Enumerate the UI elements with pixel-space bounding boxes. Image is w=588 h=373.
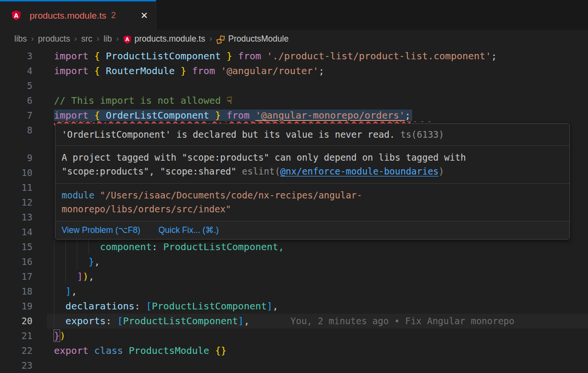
code-token: [158, 241, 163, 252]
code-token: './product-list/product-list.component': [267, 50, 492, 62]
code-line[interactable]: component: ProductListComponent,: [54, 240, 284, 254]
line-number[interactable]: 8: [0, 123, 32, 138]
quick-fix-link[interactable]: Quick Fix... (⌘.): [159, 225, 219, 235]
code-token: ): [60, 330, 65, 341]
code-line[interactable]: ],: [54, 284, 77, 299]
code-token: [186, 65, 192, 77]
code-token: {: [94, 110, 106, 121]
code-token: ProductListComponent: [106, 50, 221, 62]
code-line[interactable]: declarations: [ProductListComponent],: [54, 299, 278, 314]
code-token: from: [238, 50, 267, 62]
line-number[interactable]: 5: [0, 78, 32, 93]
code-token: ,: [71, 285, 77, 297]
code-token: ;: [405, 110, 411, 121]
line-number[interactable]: 19: [0, 299, 32, 314]
line-number[interactable]: 22: [0, 343, 32, 358]
hover-popup: 'OrderListComponent' is declared but its…: [55, 123, 570, 240]
code-token: {}: [215, 345, 226, 356]
rule-doc-link[interactable]: @nx/enforce-module-boundaries: [280, 166, 439, 176]
code-token: }: [88, 256, 94, 267]
code-line[interactable]: import { ProductListComponent } from './…: [54, 49, 497, 64]
code-token: {: [94, 50, 106, 62]
code-token: {: [94, 65, 106, 77]
code-token: :: [135, 300, 146, 312]
error-highlighted-statement: import { OrderListComponent } from '@ang…: [54, 110, 412, 121]
code-line[interactable]: }): [54, 329, 65, 343]
code-token: ): [83, 271, 88, 282]
code-token: ProductListComponent: [123, 315, 238, 327]
line-number[interactable]: 10: [0, 165, 32, 180]
code-line[interactable]: exports: [ProductListComponent],: [54, 314, 249, 329]
code-token: ,: [273, 300, 278, 312]
line-number[interactable]: 18: [0, 284, 32, 299]
code-line[interactable]: ]),: [54, 269, 94, 284]
code-token: :: [152, 241, 158, 252]
line-number[interactable]: 13: [0, 210, 32, 225]
code-token: '@angular/router': [221, 65, 319, 77]
line-number[interactable]: 16: [0, 254, 32, 269]
code-token: ,: [94, 256, 100, 267]
code-line[interactable]: // This import is not allowed ☟: [54, 93, 232, 108]
hover-actions-bar: View Problem (⌥F8) Quick Fix... (⌘.): [55, 221, 569, 239]
git-blame-annotation: You, 2 minutes ago • Fix Angular monorep…: [290, 314, 514, 329]
code-token: ProductsModule: [129, 345, 215, 356]
code-token: ): [438, 166, 444, 176]
code-token: '@angular-monorepo/orders': [256, 110, 405, 121]
code-token: ]: [267, 300, 273, 312]
code-token: monorepo/libs/orders/src/index": [62, 204, 231, 214]
code-token: ;: [491, 50, 497, 62]
line-number[interactable]: 15: [0, 240, 32, 254]
code-token: declarations: [65, 300, 135, 312]
code-token: }: [175, 65, 186, 77]
hover-text-row: monorepo/libs/orders/src/index": [62, 202, 563, 216]
code-token: [54, 241, 100, 252]
code-token: ProductListComponent: [163, 241, 278, 252]
code-token: ]: [238, 315, 244, 327]
code-line[interactable]: import { OrderListComponent } from '@ang…: [54, 108, 412, 123]
code-token: import: [54, 50, 94, 62]
code-token: [232, 50, 238, 62]
line-number[interactable]: 17: [0, 269, 32, 284]
code-token: [: [146, 300, 152, 312]
vscode-editor-window: A products.module.ts 2 ✕ libs›products›s…: [0, 0, 588, 373]
code-line[interactable]: export class ProductsModule {}: [54, 343, 226, 358]
code-token: class: [94, 345, 128, 356]
code-token: eslint(: [242, 166, 280, 176]
code-token: [54, 315, 65, 327]
hover-module-path: module "/Users/isaac/Documents/code/nx-r…: [55, 184, 569, 221]
code-token: ;: [319, 65, 324, 77]
line-number[interactable]: 4: [0, 64, 32, 78]
code-token: }: [54, 330, 60, 341]
line-number[interactable]: 21: [0, 329, 32, 343]
code-token: [54, 285, 65, 297]
code-token: ,: [244, 315, 249, 327]
code-token: [: [117, 315, 123, 327]
line-number[interactable]: 3: [0, 49, 32, 64]
line-number[interactable]: 9: [0, 151, 32, 165]
code-token: [221, 110, 226, 121]
line-number[interactable]: 6: [0, 93, 32, 108]
line-number[interactable]: 7: [0, 108, 32, 123]
code-token: import: [54, 65, 94, 77]
view-problem-link[interactable]: View Problem (⌥F8): [62, 225, 140, 235]
code-token: A project tagged with "scope:products" c…: [62, 152, 466, 163]
line-number[interactable]: 11: [0, 180, 32, 195]
line-number[interactable]: 12: [0, 195, 32, 210]
code-token: ]: [77, 271, 83, 282]
code-token: exports: [65, 315, 106, 327]
code-token: [54, 271, 77, 282]
hover-text-row: module "/Users/isaac/Documents/code/nx-r…: [62, 188, 563, 202]
hover-text-row: "scope:products", "scope:shared" eslint(…: [62, 165, 563, 178]
code-token: ts(6133): [400, 129, 444, 140]
code-token: // This import is not allowed: [54, 95, 226, 106]
code-line[interactable]: import { RouterModule } from '@angular/r…: [54, 64, 324, 78]
code-token: import: [54, 110, 94, 121]
line-number[interactable]: 20: [0, 314, 32, 329]
code-token: ☟: [226, 95, 232, 106]
code-token: from: [192, 65, 221, 77]
code-line[interactable]: },: [54, 254, 100, 269]
line-number[interactable]: 23: [0, 358, 32, 373]
hover-text-row: A project tagged with "scope:products" c…: [62, 151, 563, 165]
line-number[interactable]: 14: [0, 225, 32, 240]
code-token: OrderListComponent: [106, 110, 209, 121]
